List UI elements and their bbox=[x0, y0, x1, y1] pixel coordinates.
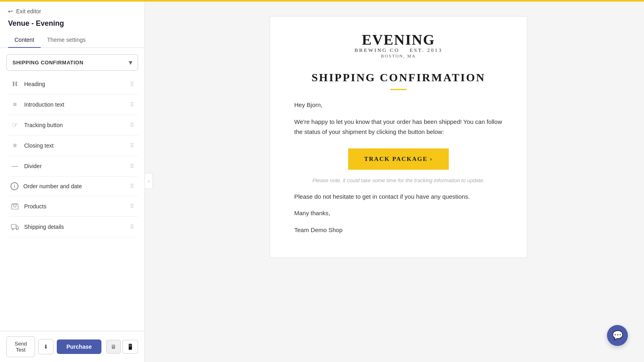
download-icon: ⬇ bbox=[43, 343, 48, 350]
section-label-tracking: Tracking button bbox=[24, 122, 63, 128]
intro-icon: ≡ bbox=[10, 100, 19, 109]
tab-content[interactable]: Content bbox=[8, 33, 41, 48]
email-heading-section: SHIPPING CONFIRMATION bbox=[294, 71, 503, 90]
section-item-closing[interactable]: ≡ Closing text ⠿ bbox=[6, 136, 138, 156]
drag-handle-shipping[interactable]: ⠿ bbox=[130, 224, 134, 230]
svg-rect-1 bbox=[11, 224, 16, 228]
tracking-icon: ☞ bbox=[10, 121, 19, 130]
desktop-view-toggle[interactable]: 🖥 bbox=[106, 340, 121, 354]
exit-editor-button[interactable]: ↩ Exit editor bbox=[0, 2, 144, 18]
mobile-view-toggle[interactable]: 📱 bbox=[122, 340, 138, 354]
logo-location-text: BOSTON, MA bbox=[294, 53, 503, 58]
section-item-heading[interactable]: H Heading ⠿ bbox=[6, 74, 138, 95]
drag-handle-intro[interactable]: ⠿ bbox=[130, 101, 134, 108]
purchase-button[interactable]: Purchase bbox=[57, 339, 101, 354]
section-item-intro[interactable]: ≡ Introduction text ⠿ bbox=[6, 95, 138, 115]
tabs-bar: Content Theme settings bbox=[0, 33, 144, 48]
view-toggles: 🖥 📱 bbox=[106, 340, 138, 354]
section-item-order[interactable]: i Order number and date ⠿ bbox=[6, 177, 138, 196]
template-dropdown-label: SHIPPING CONFIRMATION bbox=[12, 60, 83, 66]
email-closing-text: Please do not hesitate to get in contact… bbox=[294, 191, 503, 202]
track-package-button[interactable]: TRACK PACKAGE › bbox=[348, 148, 449, 170]
left-panel: ↩ Exit editor Venue - Evening Content Th… bbox=[0, 0, 145, 362]
heading-divider bbox=[390, 89, 407, 90]
mobile-icon: 📱 bbox=[127, 343, 134, 350]
svg-point-3 bbox=[17, 229, 18, 230]
section-item-shipping[interactable]: Shipping details ⠿ bbox=[6, 217, 138, 237]
email-team-name: Team Demo Shop bbox=[294, 225, 503, 235]
exit-editor-label: Exit editor bbox=[16, 8, 41, 14]
chat-button[interactable]: 💬 bbox=[607, 325, 628, 346]
send-test-button[interactable]: Send Test bbox=[6, 336, 35, 357]
drag-handle-order[interactable]: ⠿ bbox=[130, 183, 134, 189]
email-intro-text: We're happy to let you know that your or… bbox=[294, 117, 503, 137]
logo-sub-text: BREWING CO EST. 2013 bbox=[294, 47, 503, 53]
heading-icon: H bbox=[10, 80, 19, 88]
section-label-products: Products bbox=[24, 203, 46, 210]
email-body: Hey Bjorn, We're happy to let you know t… bbox=[294, 100, 503, 235]
section-item-tracking[interactable]: ☞ Tracking button ⠿ bbox=[6, 115, 138, 136]
svg-point-2 bbox=[12, 229, 14, 230]
email-heading-title: SHIPPING CONFIRMATION bbox=[294, 71, 503, 84]
collapse-panel-button[interactable]: ‹ bbox=[145, 173, 153, 189]
tab-theme-settings[interactable]: Theme settings bbox=[41, 33, 92, 48]
section-label-intro: Introduction text bbox=[24, 101, 64, 108]
products-icon bbox=[10, 202, 19, 211]
drag-handle-heading[interactable]: ⠿ bbox=[130, 81, 134, 87]
section-label-heading: Heading bbox=[24, 81, 45, 87]
section-item-products[interactable]: Products ⠿ bbox=[6, 196, 138, 217]
drag-handle-divider[interactable]: ⠿ bbox=[130, 163, 134, 169]
divider-icon: — bbox=[10, 162, 19, 171]
svg-rect-0 bbox=[12, 204, 18, 209]
shipping-icon bbox=[10, 222, 19, 231]
tracking-note: Please note, it could take some time for… bbox=[294, 176, 503, 185]
template-dropdown[interactable]: SHIPPING CONFIRMATION ▾ bbox=[6, 54, 138, 71]
section-label-order: Order number and date bbox=[23, 183, 82, 189]
section-label-closing: Closing text bbox=[24, 142, 54, 149]
chevron-down-icon: ▾ bbox=[129, 59, 132, 66]
closing-icon: ≡ bbox=[10, 141, 19, 150]
section-item-divider[interactable]: — Divider ⠿ bbox=[6, 156, 138, 177]
logo-main-text: EVENING bbox=[294, 33, 503, 47]
track-button-wrap: TRACK PACKAGE › bbox=[294, 148, 503, 170]
panel-body: SHIPPING CONFIRMATION ▾ H Heading ⠿ ≡ In… bbox=[0, 48, 144, 331]
chat-icon: 💬 bbox=[612, 330, 623, 341]
email-logo: EVENING BREWING CO EST. 2013 BOSTON, MA bbox=[294, 33, 503, 58]
section-label-divider: Divider bbox=[24, 163, 42, 169]
exit-icon: ↩ bbox=[8, 8, 13, 14]
email-container: EVENING BREWING CO EST. 2013 BOSTON, MA … bbox=[270, 16, 527, 258]
order-icon: i bbox=[10, 182, 19, 190]
desktop-icon: 🖥 bbox=[111, 343, 116, 350]
drag-handle-tracking[interactable]: ⠿ bbox=[130, 122, 134, 128]
download-button[interactable]: ⬇ bbox=[38, 339, 54, 354]
email-greeting: Hey Bjorn, bbox=[294, 100, 503, 110]
bottom-bar: Send Test ⬇ Purchase 🖥 📱 bbox=[0, 331, 144, 362]
email-preview-panel: EVENING BREWING CO EST. 2013 BOSTON, MA … bbox=[153, 0, 644, 362]
venue-title: Venue - Evening bbox=[0, 18, 144, 33]
section-items-list: H Heading ⠿ ≡ Introduction text ⠿ ☞ Trac… bbox=[6, 74, 138, 237]
drag-handle-closing[interactable]: ⠿ bbox=[130, 142, 134, 149]
section-label-shipping: Shipping details bbox=[24, 224, 64, 230]
drag-handle-products[interactable]: ⠿ bbox=[130, 203, 134, 210]
email-sign-off: Many thanks, bbox=[294, 208, 503, 218]
